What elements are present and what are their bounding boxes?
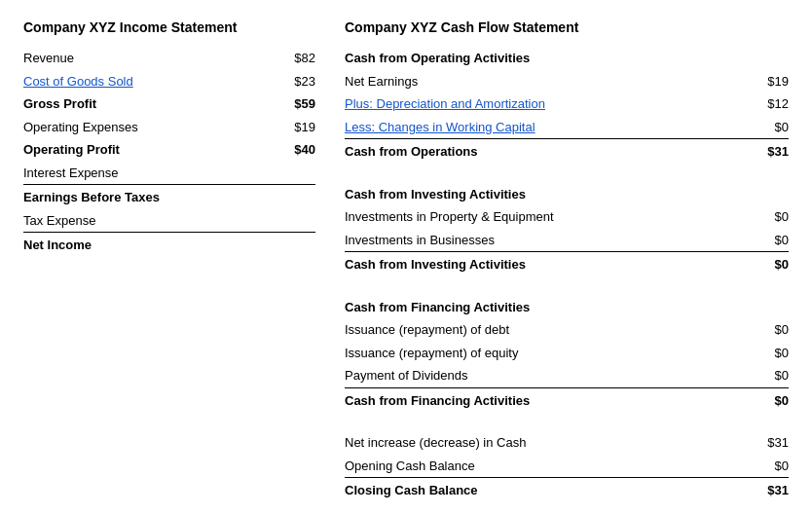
cashflow-row-label: Plus: Depreciation and Amortization [345,94,750,114]
cashflow-row: Plus: Depreciation and Amortization$12 [345,92,789,116]
income-row-label: Earnings Before Taxes [23,188,277,207]
income-row-value: $23 [277,72,315,92]
income-row: Interest Expense [23,162,315,186]
cashflow-row-label: Cash from Operations [345,142,750,162]
cashflow-row-value: $0 [750,457,789,476]
cashflow-row-label: Net increase (decrease) in Cash [345,433,750,453]
cashflow-row: Net increase (decrease) in Cash$31 [345,431,789,455]
cashflow-row-value: $31 [750,481,789,500]
income-row-label: Tax Expense [23,211,277,231]
cashflow-row-value: $0 [750,255,789,275]
cashflow-row: Payment of Dividends$0 [345,364,789,388]
cashflow-row-label: Issuance (repayment) of debt [345,320,750,340]
cashflow-section-heading: Cash from Investing Activities [345,183,789,206]
cashflow-row-label: Payment of Dividends [345,366,750,386]
cashflow-row-value: $0 [750,320,789,340]
cashflow-row-label: Investments in Businesses [345,231,750,250]
cashflow-section-heading: Cash from Financing Activities [345,296,789,319]
cashflow-row-value: $31 [750,142,789,162]
cashflow-panel: Company XYZ Cash Flow Statement Cash fro… [335,19,789,502]
cashflow-row-label: Cash from Investing Activities [345,255,750,275]
cashflow-row-value: $31 [750,433,789,453]
cashflow-section: Cash from Investing ActivitiesInvestment… [345,183,789,276]
cashflow-title: Company XYZ Cash Flow Statement [345,19,789,35]
cashflow-row-label: Less: Changes in Working Capital [345,118,750,137]
income-row: Cost of Goods Sold$23 [23,70,315,93]
income-row-label: Operating Expenses [23,118,277,137]
cashflow-row-value: $0 [750,366,789,386]
income-row: Operating Profit$40 [23,138,315,162]
income-title: Company XYZ Income Statement [23,19,315,35]
cashflow-row: Investments in Property & Equipment$0 [345,205,789,229]
income-row: Earnings Before Taxes [23,186,315,209]
cashflow-section: Cash from Operating ActivitiesNet Earnin… [345,47,789,164]
cashflow-row-value: $12 [750,94,789,114]
cashflow-row: Opening Cash Balance$0 [345,455,789,479]
cashflow-row: Issuance (repayment) of debt$0 [345,318,789,342]
cashflow-row-label: Net Earnings [345,72,750,92]
cashflow-row: Net Earnings$19 [345,70,789,93]
cashflow-row-label: Cash from Financing Activities [345,391,750,411]
cashflow-row-label: Closing Cash Balance [345,481,750,500]
cashflow-row: Cash from Financing Activities$0 [345,389,789,413]
cashflow-row: Cash from Operations$31 [345,140,789,164]
cashflow-row-label: Issuance (repayment) of equity [345,344,750,363]
income-row-value: $40 [277,140,315,160]
income-row: Tax Expense [23,209,315,234]
income-row-value: $59 [277,94,315,114]
cashflow-row-value: $0 [750,118,789,137]
cashflow-sections: Cash from Operating ActivitiesNet Earnin… [345,47,789,502]
income-row-value: $19 [277,118,315,137]
cashflow-row: Investments in Businesses$0 [345,229,789,253]
cashflow-row-label: Investments in Property & Equipment [345,207,750,227]
cashflow-row-value: $0 [750,391,789,411]
cashflow-row-value: $0 [750,207,789,227]
cashflow-section-heading: Cash from Operating Activities [345,47,789,70]
income-row-label: Gross Profit [23,94,277,114]
cashflow-row-value: $0 [750,231,789,250]
income-row: Net Income [23,234,315,257]
income-row-label: Interest Expense [23,164,277,183]
cashflow-row-label: Opening Cash Balance [345,457,750,476]
income-statement-panel: Company XYZ Income Statement Revenue$82C… [23,19,335,502]
cashflow-row: Less: Changes in Working Capital$0 [345,116,789,140]
cashflow-section: Cash from Financing ActivitiesIssuance (… [345,296,789,413]
income-rows: Revenue$82Cost of Goods Sold$23Gross Pro… [23,47,315,257]
cashflow-row: Closing Cash Balance$31 [345,479,789,502]
income-row-label: Net Income [23,236,277,255]
income-row-value: $82 [277,49,315,68]
cashflow-section: Net increase (decrease) in Cash$31Openin… [345,431,789,502]
cashflow-row: Cash from Investing Activities$0 [345,253,789,276]
income-row-label: Cost of Goods Sold [23,72,277,92]
cashflow-row-value: $19 [750,72,789,92]
income-row: Operating Expenses$19 [23,116,315,139]
cashflow-row-value: $0 [750,344,789,363]
income-row-label: Revenue [23,49,277,68]
income-row: Revenue$82 [23,47,315,70]
cashflow-row: Issuance (repayment) of equity$0 [345,342,789,365]
income-row: Gross Profit$59 [23,92,315,116]
income-row-label: Operating Profit [23,140,277,160]
